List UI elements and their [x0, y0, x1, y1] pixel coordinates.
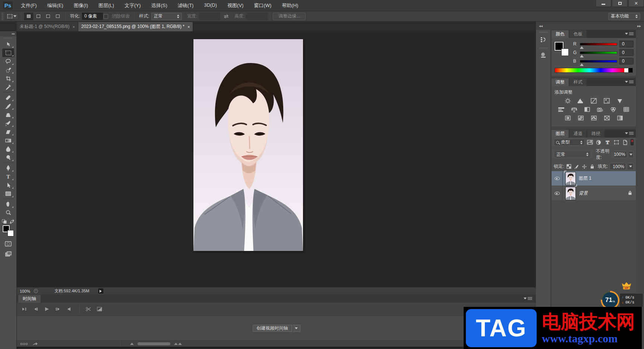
collapse-dock-icon[interactable]: ◂◂ — [539, 24, 543, 28]
properties-panel-icon[interactable] — [538, 50, 549, 60]
spot-healing-brush-tool[interactable] — [2, 93, 14, 102]
filter-adjustment-layers-icon[interactable] — [595, 139, 602, 146]
color-lookup-icon[interactable] — [622, 106, 631, 113]
menu-image[interactable]: 图像(I) — [69, 1, 92, 10]
pen-tool[interactable] — [2, 164, 14, 172]
maximize-button[interactable] — [612, 0, 628, 7]
tab-layers[interactable]: 图层 — [552, 130, 569, 138]
channel-mixer-icon[interactable] — [609, 106, 618, 113]
selection-subtract-button[interactable] — [44, 13, 53, 20]
lock-transparency-icon[interactable] — [566, 164, 572, 170]
quick-mask-button[interactable] — [2, 239, 14, 248]
layer-name[interactable]: 图层 1 — [579, 175, 591, 182]
fill-input[interactable]: 100% — [610, 163, 626, 170]
gradient-map-icon[interactable] — [603, 115, 611, 121]
brush-tool[interactable] — [2, 102, 14, 110]
brightness-contrast-icon[interactable] — [564, 98, 572, 104]
path-selection-tool[interactable] — [2, 181, 14, 189]
tab-adjustments[interactable]: 调整 — [552, 78, 569, 86]
menu-edit[interactable]: 编辑(E) — [43, 1, 68, 10]
rectangular-marquee-tool[interactable] — [2, 48, 14, 57]
opacity-dropdown-icon[interactable] — [629, 151, 634, 158]
create-timeline-dropdown[interactable] — [293, 325, 300, 332]
document-image[interactable] — [193, 39, 303, 251]
swap-colors-icon[interactable] — [9, 219, 15, 224]
levels-icon[interactable] — [577, 98, 585, 104]
height-input[interactable] — [246, 13, 267, 20]
layer-row-layer1[interactable]: 图层 1 — [552, 171, 636, 186]
timeline-panel-menu-icon[interactable] — [524, 297, 532, 300]
render-video-icon[interactable] — [32, 342, 38, 346]
black-white-icon[interactable] — [583, 106, 591, 113]
filter-type-dropdown[interactable]: 类型 — [554, 139, 585, 146]
close-button[interactable]: ✕ — [628, 0, 644, 7]
green-slider[interactable] — [580, 51, 617, 54]
selection-add-button[interactable] — [34, 13, 43, 20]
zoom-tool[interactable] — [2, 208, 14, 217]
previous-frame-button[interactable] — [31, 305, 41, 313]
default-colors-icon[interactable] — [2, 219, 7, 224]
tab-swatches[interactable]: 色板 — [569, 30, 587, 38]
antialias-checkbox[interactable] — [104, 14, 108, 19]
tab-close-icon[interactable]: × — [187, 25, 190, 29]
gradient-tool[interactable] — [2, 136, 14, 145]
document-tab-untitled[interactable]: 未标题-1 @ 50%(RGB/8) × — [17, 22, 78, 31]
threshold-icon[interactable] — [590, 115, 598, 121]
opacity-input[interactable]: 100% — [613, 151, 627, 158]
next-frame-button[interactable] — [53, 305, 63, 313]
filter-shape-layers-icon[interactable] — [613, 139, 620, 146]
green-value-input[interactable]: 0 — [619, 49, 634, 56]
width-input[interactable] — [199, 13, 220, 20]
tool-preset-picker[interactable] — [6, 13, 18, 19]
lasso-tool[interactable] — [2, 57, 14, 66]
menu-help[interactable]: 帮助(H) — [277, 1, 303, 10]
hand-tool[interactable] — [2, 200, 14, 208]
play-button[interactable] — [42, 305, 52, 313]
layer-name[interactable]: 背景 — [579, 190, 588, 196]
expand-dock-icon[interactable]: ▸▸ — [637, 24, 641, 28]
audio-mute-button[interactable] — [64, 305, 74, 313]
eraser-tool[interactable] — [2, 128, 14, 136]
type-tool[interactable]: T — [2, 172, 14, 181]
hue-saturation-icon[interactable] — [557, 106, 565, 113]
status-flyout-button[interactable] — [98, 289, 103, 293]
workspace-switcher[interactable]: 基本功能 — [608, 13, 640, 20]
invert-icon[interactable] — [564, 115, 572, 121]
color-spectrum-ramp[interactable] — [555, 68, 633, 73]
menu-select[interactable]: 选择(S) — [146, 1, 171, 10]
blend-mode-dropdown[interactable]: 正常 — [554, 151, 591, 158]
history-panel-icon[interactable] — [538, 34, 549, 45]
menu-3d[interactable]: 3D(D) — [199, 1, 221, 10]
selection-intersect-button[interactable] — [53, 13, 62, 20]
go-to-first-frame-button[interactable] — [20, 305, 29, 313]
tools-grip[interactable] — [4, 37, 13, 39]
history-brush-tool[interactable] — [2, 119, 14, 128]
filter-type-layers-icon[interactable]: T — [604, 139, 611, 146]
quick-selection-tool[interactable] — [2, 66, 14, 74]
timeline-tab[interactable]: 时间轴 — [18, 295, 41, 303]
lock-all-icon[interactable] — [589, 164, 595, 170]
document-tab-active[interactable]: 2023-02-17_085155.png @ 100% (图层 1, RGB/… — [78, 22, 193, 31]
minimize-button[interactable] — [596, 0, 611, 7]
red-slider[interactable] — [580, 43, 617, 45]
frame-animation-icon[interactable] — [20, 343, 28, 345]
filter-pixel-layers-icon[interactable] — [587, 139, 594, 146]
lock-pixels-icon[interactable] — [574, 164, 580, 170]
style-dropdown[interactable]: 正常 — [151, 13, 182, 20]
move-tool[interactable] — [2, 40, 14, 48]
swap-dimensions-icon[interactable] — [223, 14, 230, 19]
create-video-timeline-button[interactable]: 创建视频时间轴 — [253, 325, 292, 332]
background-color-swatch[interactable] — [7, 230, 14, 236]
clone-stamp-tool[interactable] — [2, 110, 14, 119]
layer-thumbnail[interactable] — [566, 172, 575, 185]
layers-panel-menu-icon[interactable] — [625, 132, 634, 135]
split-clip-button[interactable] — [83, 305, 93, 313]
exposure-icon[interactable] — [603, 98, 611, 104]
layer-thumbnail[interactable] — [566, 187, 575, 200]
zoom-in-timeline-icon[interactable] — [174, 343, 182, 345]
tools-collapse-icon[interactable]: ▸▸ — [0, 31, 16, 37]
layer-filter-toggle[interactable] — [631, 139, 634, 145]
blur-tool[interactable] — [2, 145, 14, 153]
crop-tool[interactable] — [2, 74, 14, 83]
blue-value-input[interactable]: 0 — [619, 58, 634, 65]
